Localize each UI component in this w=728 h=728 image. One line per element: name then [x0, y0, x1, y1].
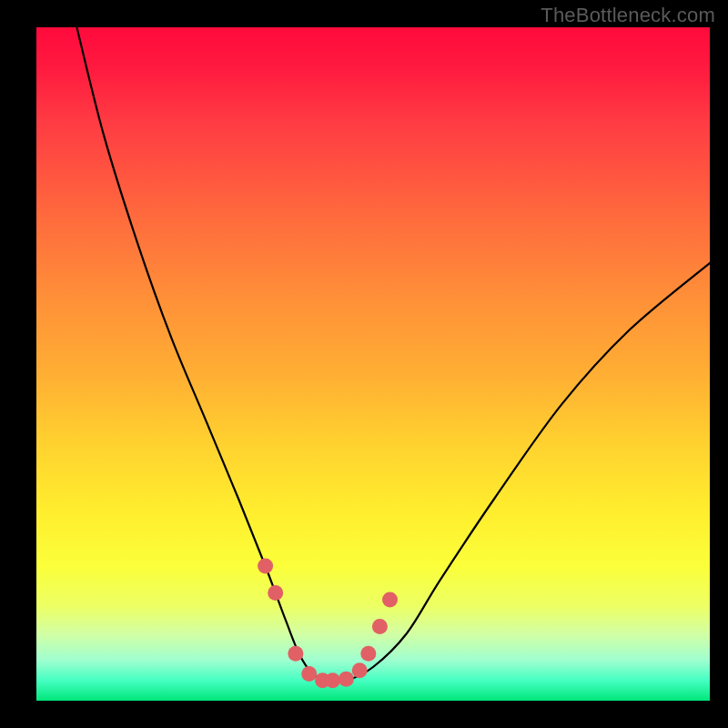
- highlight-marker: [288, 646, 303, 662]
- curve-layer: [36, 27, 710, 701]
- bottleneck-curve: [76, 27, 710, 682]
- highlight-marker: [360, 646, 376, 662]
- highlight-marker: [268, 585, 283, 601]
- highlight-marker: [382, 592, 398, 608]
- highlight-marker: [301, 666, 317, 682]
- highlight-marker: [352, 662, 368, 678]
- plot-area: [36, 27, 710, 701]
- highlight-marker: [339, 672, 354, 687]
- highlight-marker: [325, 672, 340, 688]
- highlight-markers: [258, 559, 398, 689]
- highlight-marker: [258, 559, 273, 574]
- attribution-text: TheBottleneck.com: [541, 4, 715, 27]
- highlight-marker: [372, 619, 388, 634]
- chart-frame: TheBottleneck.com: [0, 0, 728, 728]
